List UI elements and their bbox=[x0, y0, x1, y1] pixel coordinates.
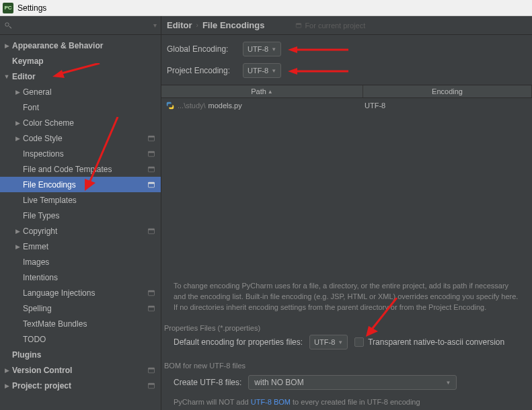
svg-rect-17 bbox=[149, 383, 155, 384]
annotation-arrow bbox=[288, 67, 355, 76]
tree-textmate[interactable]: TextMate Bundles bbox=[0, 316, 161, 331]
tree-lang-injections[interactable]: Language Injections bbox=[0, 285, 161, 300]
svg-rect-9 bbox=[149, 229, 155, 230]
properties-section-title: Properties Files (*.properties) bbox=[161, 320, 532, 335]
project-badge-icon bbox=[146, 303, 157, 314]
tree-live-templates[interactable]: Live Templates bbox=[0, 192, 161, 208]
tree-plugins[interactable]: Plugins bbox=[0, 347, 161, 362]
breadcrumb-parent[interactable]: Editor bbox=[167, 20, 192, 30]
encoding-table-body: ...\study\models.py UTF-8 bbox=[161, 98, 532, 274]
svg-rect-13 bbox=[149, 306, 155, 307]
svg-rect-1 bbox=[149, 136, 155, 137]
window-titlebar: PC Settings bbox=[0, 0, 532, 16]
encoding-table-header: Path▲ Encoding bbox=[161, 85, 532, 98]
svg-rect-23 bbox=[297, 23, 302, 24]
utf8-bom-link[interactable]: UTF-8 BOM bbox=[251, 398, 291, 406]
settings-main: Editor › File Encodings For current proj… bbox=[161, 16, 532, 410]
project-badge-icon bbox=[146, 226, 157, 237]
for-current-project-label: For current project bbox=[295, 22, 365, 30]
expand-icon: ▶ bbox=[3, 382, 11, 389]
expand-icon: ▶ bbox=[13, 135, 22, 142]
tree-file-templates[interactable]: File and Code Templates bbox=[0, 161, 161, 177]
table-row[interactable]: ...\study\models.py UTF-8 bbox=[161, 98, 532, 113]
path-cell: ...\study\models.py bbox=[161, 101, 363, 110]
app-icon: PC bbox=[3, 3, 13, 13]
tree-color-scheme[interactable]: ▶Color Scheme bbox=[0, 115, 161, 130]
chevron-down-icon: ▼ bbox=[271, 68, 276, 74]
tree-spelling[interactable]: Spelling bbox=[0, 300, 161, 316]
chevron-down-icon: ▼ bbox=[271, 46, 276, 52]
tree-file-encodings[interactable]: File Encodings bbox=[0, 177, 161, 192]
annotation-arrow bbox=[288, 45, 355, 54]
encoding-column-header[interactable]: Encoding bbox=[363, 85, 532, 97]
global-encoding-label: Global Encoding: bbox=[167, 44, 237, 54]
breadcrumb: Editor › File Encodings For current proj… bbox=[161, 16, 532, 35]
svg-rect-3 bbox=[149, 151, 155, 153]
project-badge-icon bbox=[146, 365, 157, 376]
checkbox-icon bbox=[354, 337, 364, 347]
search-input[interactable] bbox=[15, 21, 153, 30]
bom-hint: PyCharm will NOT add UTF-8 BOM to every … bbox=[161, 394, 532, 410]
tree-todo[interactable]: TODO bbox=[0, 331, 161, 347]
project-encoding-select[interactable]: UTF-8 ▼ bbox=[243, 63, 281, 78]
tree-inspections[interactable]: Inspections bbox=[0, 146, 161, 161]
expand-icon: ▶ bbox=[13, 243, 22, 250]
project-badge-icon bbox=[146, 149, 157, 159]
svg-rect-7 bbox=[149, 182, 155, 183]
expand-icon: ▶ bbox=[13, 228, 22, 235]
global-encoding-select[interactable]: UTF-8 ▼ bbox=[243, 42, 281, 56]
tree-images[interactable]: Images bbox=[0, 254, 161, 270]
svg-rect-15 bbox=[149, 368, 155, 369]
project-badge-icon bbox=[146, 179, 157, 190]
tree-editor[interactable]: ▼Editor bbox=[0, 69, 161, 84]
tree-font[interactable]: Font bbox=[0, 99, 161, 115]
collapse-icon: ▼ bbox=[3, 73, 11, 80]
tree-appearance[interactable]: ▶Appearance & Behavior bbox=[0, 38, 161, 53]
expand-icon: ▶ bbox=[13, 120, 22, 126]
project-badge-icon bbox=[146, 288, 157, 298]
chevron-down-icon: ▼ bbox=[338, 339, 343, 345]
tree-file-types[interactable]: File Types bbox=[0, 208, 161, 223]
bom-select[interactable]: with NO BOM ▼ bbox=[248, 375, 457, 390]
window-title: Settings bbox=[17, 3, 46, 13]
tree-code-style[interactable]: ▶Code Style bbox=[0, 130, 161, 146]
search-box[interactable]: ▾ bbox=[0, 16, 161, 35]
bom-row: Create UTF-8 files: with NO BOM ▼ bbox=[161, 375, 532, 390]
tree-keymap[interactable]: Keymap bbox=[0, 53, 161, 69]
expand-icon: ▶ bbox=[3, 367, 11, 374]
sort-asc-icon: ▲ bbox=[268, 89, 273, 95]
tree-emmet[interactable]: ▶Emmet bbox=[0, 239, 161, 254]
settings-tree: ▶Appearance & Behavior Keymap ▼Editor ▶G… bbox=[0, 35, 161, 410]
expand-icon: ▶ bbox=[13, 89, 22, 95]
project-encoding-label: Project Encoding: bbox=[167, 66, 237, 75]
chevron-down-icon: ▼ bbox=[445, 380, 451, 386]
svg-marker-25 bbox=[288, 46, 297, 53]
breadcrumb-current: File Encodings bbox=[202, 20, 264, 30]
search-icon bbox=[4, 22, 12, 30]
tree-general[interactable]: ▶General bbox=[0, 84, 161, 99]
tree-project[interactable]: ▶Project: project bbox=[0, 378, 161, 393]
tree-copyright[interactable]: ▶Copyright bbox=[0, 223, 161, 239]
project-encoding-row: Project Encoding: UTF-8 ▼ bbox=[167, 63, 527, 78]
search-caret-icon: ▾ bbox=[153, 22, 157, 29]
svg-rect-11 bbox=[149, 290, 155, 292]
project-scope-icon bbox=[295, 22, 302, 29]
encoding-hint-text: To change encoding PyCharm uses for a fi… bbox=[161, 274, 532, 320]
project-badge-icon bbox=[146, 164, 157, 175]
svg-marker-27 bbox=[288, 68, 297, 75]
encoding-cell[interactable]: UTF-8 bbox=[363, 101, 532, 110]
properties-encoding-select[interactable]: UTF-8 ▼ bbox=[309, 335, 348, 350]
global-encoding-row: Global Encoding: UTF-8 ▼ bbox=[167, 42, 527, 56]
project-badge-icon bbox=[146, 133, 157, 144]
python-file-icon bbox=[165, 101, 175, 110]
project-badge-icon bbox=[146, 380, 157, 391]
path-column-header[interactable]: Path▲ bbox=[161, 85, 363, 97]
properties-encoding-label: Default encoding for properties files: bbox=[174, 337, 303, 347]
native-ascii-checkbox[interactable]: Transparent native-to-ascii conversion bbox=[354, 337, 504, 347]
properties-encoding-row: Default encoding for properties files: U… bbox=[161, 335, 532, 350]
tree-intentions[interactable]: Intentions bbox=[0, 270, 161, 285]
bom-section-title: BOM for new UTF-8 files bbox=[161, 358, 532, 372]
tree-version-control[interactable]: ▶Version Control bbox=[0, 362, 161, 378]
svg-rect-5 bbox=[149, 167, 155, 168]
breadcrumb-sep-icon: › bbox=[196, 22, 198, 29]
